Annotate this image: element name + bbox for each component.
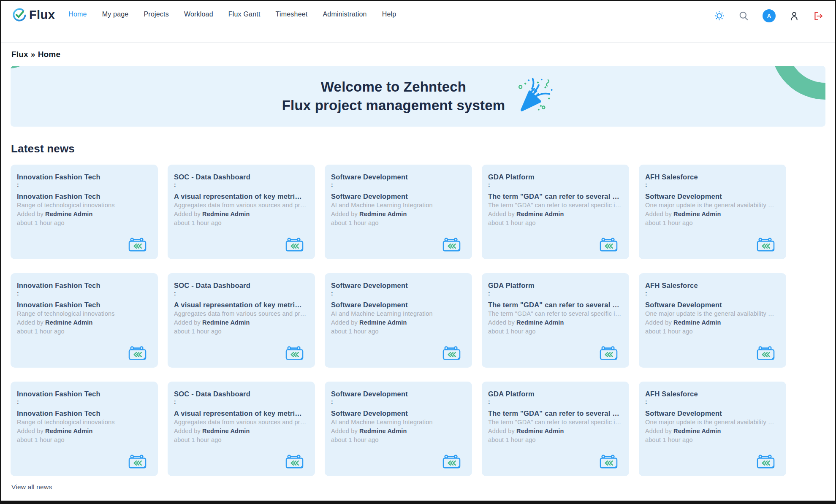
- added-by-label: Added by: [17, 319, 45, 326]
- news-card[interactable]: Innovation Fashion Tech : Innovation Fas…: [11, 273, 158, 368]
- view-all-news-link[interactable]: View all news: [11, 483, 52, 491]
- author-link[interactable]: Redmine Admin: [45, 211, 92, 217]
- theme-sun-icon[interactable]: [714, 10, 725, 22]
- welcome-line-2: Flux project management system: [282, 96, 505, 115]
- author-link[interactable]: Redmine Admin: [673, 428, 721, 434]
- news-card[interactable]: SOC - Data Dashboard : A visual represen…: [168, 382, 315, 476]
- news-card-title[interactable]: Innovation Fashion Tech: [17, 282, 151, 290]
- author-link[interactable]: Redmine Admin: [516, 211, 564, 217]
- news-card[interactable]: SOC - Data Dashboard : A visual represen…: [168, 165, 315, 259]
- nav-item-workload[interactable]: Workload: [184, 11, 213, 18]
- nav-item-flux-gantt[interactable]: Flux Gantt: [228, 11, 261, 18]
- news-card-title[interactable]: AFH Salesforce: [645, 173, 779, 181]
- news-card-subtitle[interactable]: Software Development: [645, 409, 779, 417]
- news-card-title[interactable]: GDA Platform: [488, 390, 622, 398]
- author-link[interactable]: Redmine Admin: [673, 319, 721, 326]
- user-icon[interactable]: [789, 11, 800, 22]
- news-card-subtitle[interactable]: Innovation Fashion Tech: [17, 409, 151, 417]
- author-link[interactable]: Redmine Admin: [359, 211, 407, 217]
- news-card-timestamp: about 1 hour ago: [17, 328, 151, 335]
- author-link[interactable]: Redmine Admin: [45, 428, 92, 434]
- search-icon[interactable]: [738, 10, 749, 22]
- news-card[interactable]: Innovation Fashion Tech : Innovation Fas…: [11, 165, 158, 259]
- nav-item-home[interactable]: Home: [68, 11, 87, 18]
- top-navbar: Flux HomeMy pageProjectsWorkloadFlux Gan…: [1, 1, 835, 43]
- news-card-subtitle[interactable]: A visual representation of key metri…: [174, 192, 308, 201]
- news-card-subtitle[interactable]: A visual representation of key metri…: [174, 301, 308, 309]
- news-card-timestamp: about 1 hour ago: [331, 436, 465, 443]
- author-link[interactable]: Redmine Admin: [673, 211, 721, 217]
- news-card-subtitle[interactable]: Software Development: [331, 301, 465, 309]
- nav-item-help[interactable]: Help: [382, 11, 396, 18]
- logout-icon[interactable]: [813, 11, 824, 22]
- welcome-banner-content: Welcome to Zehntech Flux project managem…: [282, 78, 554, 115]
- news-card-subtitle[interactable]: Software Development: [331, 192, 465, 201]
- breadcrumb: Flux»Home: [1, 43, 835, 59]
- news-card[interactable]: SOC - Data Dashboard : A visual represen…: [168, 273, 315, 368]
- news-card-timestamp: about 1 hour ago: [645, 436, 779, 443]
- news-card-title[interactable]: AFH Salesforce: [645, 282, 779, 290]
- news-card[interactable]: Software Development : Software Developm…: [325, 382, 472, 476]
- news-card[interactable]: Innovation Fashion Tech : Innovation Fas…: [11, 382, 158, 476]
- author-link[interactable]: Redmine Admin: [202, 211, 250, 217]
- breadcrumb-current: Home: [38, 50, 61, 59]
- news-card-subtitle[interactable]: The term "GDA" can refer to several …: [488, 192, 622, 201]
- news-card-title[interactable]: SOC - Data Dashboard: [174, 282, 308, 290]
- nav-item-administration[interactable]: Administration: [323, 11, 367, 18]
- news-card-title[interactable]: SOC - Data Dashboard: [174, 390, 308, 398]
- author-link[interactable]: Redmine Admin: [359, 428, 407, 434]
- news-card-title[interactable]: GDA Platform: [488, 282, 622, 290]
- breadcrumb-root[interactable]: Flux: [11, 50, 28, 59]
- news-card-subtitle[interactable]: Innovation Fashion Tech: [17, 192, 151, 201]
- news-card-title[interactable]: Innovation Fashion Tech: [17, 390, 151, 398]
- news-card-title[interactable]: Innovation Fashion Tech: [17, 173, 151, 181]
- news-card-description: Range of technological innovations: [17, 419, 151, 425]
- news-card-added-by: Added by Redmine Admin: [331, 428, 465, 434]
- nav-item-projects[interactable]: Projects: [144, 11, 168, 18]
- news-card-colon: :: [331, 182, 465, 188]
- green-ring-right-decoration: [771, 66, 825, 100]
- news-card-title[interactable]: AFH Salesforce: [645, 390, 779, 398]
- news-card-subtitle[interactable]: Innovation Fashion Tech: [17, 301, 151, 309]
- news-card-title[interactable]: GDA Platform: [488, 173, 622, 181]
- author-link[interactable]: Redmine Admin: [516, 428, 564, 434]
- nav-item-timesheet[interactable]: Timesheet: [276, 11, 308, 18]
- news-card-title[interactable]: Software Development: [331, 282, 465, 290]
- author-link[interactable]: Redmine Admin: [202, 319, 250, 326]
- news-card-subtitle[interactable]: The term "GDA" can refer to several …: [488, 409, 622, 417]
- news-card-subtitle[interactable]: The term "GDA" can refer to several …: [488, 301, 622, 309]
- avatar[interactable]: A: [763, 9, 776, 22]
- news-card-subtitle[interactable]: Software Development: [645, 301, 779, 309]
- news-card[interactable]: GDA Platform : The term "GDA" can refer …: [482, 273, 629, 368]
- news-card-subtitle[interactable]: A visual representation of key metri…: [174, 409, 308, 417]
- author-link[interactable]: Redmine Admin: [359, 319, 407, 326]
- welcome-banner-title: Welcome to Zehntech Flux project managem…: [282, 78, 505, 115]
- calendar-icon: [442, 345, 461, 362]
- news-card[interactable]: AFH Salesforce : Software Development On…: [639, 273, 786, 368]
- brand-logo[interactable]: Flux: [11, 7, 55, 23]
- news-card[interactable]: AFH Salesforce : Software Development On…: [639, 165, 786, 259]
- news-card-description: Aggregates data from various sources and…: [174, 202, 308, 209]
- author-link[interactable]: Redmine Admin: [202, 428, 250, 434]
- news-card-timestamp: about 1 hour ago: [645, 219, 779, 226]
- news-card-added-by: Added by Redmine Admin: [488, 428, 622, 434]
- news-card-title[interactable]: Software Development: [331, 390, 465, 398]
- author-link[interactable]: Redmine Admin: [516, 319, 564, 326]
- news-card[interactable]: GDA Platform : The term "GDA" can refer …: [482, 165, 629, 259]
- added-by-label: Added by: [645, 211, 673, 217]
- news-card[interactable]: AFH Salesforce : Software Development On…: [639, 382, 786, 476]
- news-card-description: The term "GDA" can refer to several spec…: [488, 310, 622, 317]
- news-card-subtitle[interactable]: Software Development: [331, 409, 465, 417]
- news-card[interactable]: Software Development : Software Developm…: [325, 273, 472, 368]
- author-link[interactable]: Redmine Admin: [45, 319, 92, 326]
- news-card-title[interactable]: SOC - Data Dashboard: [174, 173, 308, 181]
- calendar-icon: [756, 237, 775, 253]
- added-by-label: Added by: [488, 428, 516, 434]
- nav-item-my-page[interactable]: My page: [102, 11, 129, 18]
- news-card-subtitle[interactable]: Software Development: [645, 192, 779, 201]
- news-card-timestamp: about 1 hour ago: [488, 436, 622, 443]
- news-card-title[interactable]: Software Development: [331, 173, 465, 181]
- news-card[interactable]: Software Development : Software Developm…: [325, 165, 472, 259]
- news-card[interactable]: GDA Platform : The term "GDA" can refer …: [482, 382, 629, 476]
- calendar-icon: [756, 345, 775, 362]
